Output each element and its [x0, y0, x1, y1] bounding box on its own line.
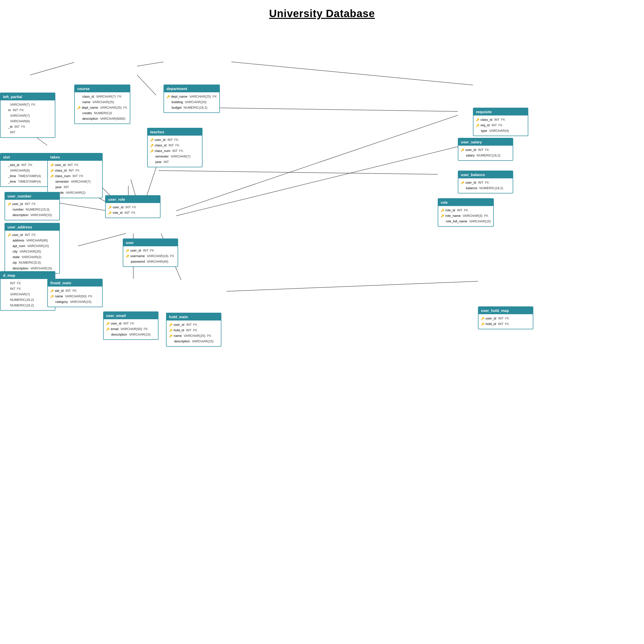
- key-icon: 🔑: [150, 138, 154, 142]
- table-header-takes: takes: [48, 153, 102, 161]
- field-row: yearINT: [150, 159, 199, 165]
- field-row: INTFK: [3, 286, 52, 292]
- key-icon: 🔑: [461, 148, 464, 152]
- key-icon: 🔑: [126, 254, 129, 259]
- field-row: _timeTIMESTAMP(4): [3, 173, 52, 179]
- svg-line-10: [176, 115, 458, 211]
- field-type: INT: [10, 286, 15, 292]
- field-row: 🔑user_idINTFK: [481, 316, 530, 321]
- field-name: description: [82, 116, 98, 122]
- key-icon: 🔑: [481, 316, 485, 321]
- field-row: 🔑user_idINTFK: [461, 147, 510, 153]
- field-type: INT: [124, 321, 129, 326]
- svg-line-16: [78, 233, 126, 246]
- field-name: role_id: [445, 208, 455, 213]
- table-user_balance: user_balance🔑user_idINTFKbalanceNUMERIC(…: [458, 171, 513, 193]
- field-type: NUMERIC(18,2): [10, 297, 34, 303]
- svg-line-4: [231, 62, 473, 85]
- field-row: 🔑role_nameVARCHAR(3)PK: [441, 213, 491, 219]
- key-icon: 🔑: [476, 123, 479, 128]
- field-name: username: [130, 253, 145, 259]
- field-row: creditsNUMERIC(5: [77, 110, 127, 116]
- field-type: INT: [10, 280, 15, 286]
- field-name: description: [111, 332, 127, 337]
- field-type: VARCHAR(3): [463, 213, 482, 219]
- field-type: NUMERIC(5: [94, 110, 112, 116]
- field-type: INT: [143, 248, 148, 253]
- field-type: VARCHAR(2): [66, 190, 86, 195]
- field-name: name: [82, 99, 91, 105]
- field-row: 🔑user_idINTFK: [150, 137, 199, 143]
- field-row: 🔑req_idINTFK: [476, 123, 525, 128]
- field-row: zipNUMERIC(5,0): [8, 260, 57, 265]
- field-tag: FK: [131, 210, 136, 216]
- key-icon: 🔑: [169, 328, 173, 333]
- field-row: semesterVARCHAR(7): [50, 179, 100, 184]
- field-name: zip: [13, 260, 17, 265]
- table-body-user_address: 🔑user_idINTFKaddressVARCHAR(80)apt_numVA…: [5, 231, 59, 273]
- field-tag: FK: [32, 232, 36, 238]
- field-name: class_id: [55, 168, 67, 173]
- field-row: balanceNUMERIC(18,2): [461, 185, 510, 191]
- field-type: NUMERIC(5,0): [19, 260, 41, 265]
- svg-line-9: [176, 147, 458, 216]
- field-tag: FK: [485, 180, 489, 185]
- field-name: aid_id: [55, 288, 64, 294]
- field-name: budget: [172, 105, 182, 110]
- field-row: descriptionVARCHAR(15): [8, 212, 57, 218]
- field-row: 🔑hold_idINTFK: [481, 321, 530, 327]
- field-name: number: [13, 207, 24, 212]
- field-tag: FK: [505, 321, 509, 327]
- field-row: descriptionVARCHAR(15): [169, 339, 218, 344]
- field-row: salaryNUMERIC(18,2): [461, 153, 510, 158]
- table-role: role🔑role_idINTPK🔑role_nameVARCHAR(3)PKr…: [438, 198, 494, 227]
- field-row: mINTPK: [3, 107, 52, 113]
- field-tag: FK: [17, 286, 21, 292]
- field-name: address: [13, 238, 24, 243]
- field-type: VARCHAR(6): [10, 118, 30, 124]
- field-name: role_id: [113, 210, 123, 216]
- field-row: _idINTFK: [3, 124, 52, 130]
- table-body-requisite: 🔑class_idINTFK🔑req_idINTFKtypeVARCHAR(4): [473, 115, 528, 136]
- field-type: INT: [498, 321, 503, 327]
- field-tag: FK: [31, 102, 36, 107]
- field-tag: FK: [132, 205, 137, 210]
- field-type: VARCHAR(7): [171, 154, 190, 159]
- table-header-role: role: [438, 199, 493, 206]
- table-header-user_address: user_address: [5, 223, 59, 231]
- field-type: VARCHAR(7): [71, 179, 91, 184]
- table-body-teaches: 🔑user_idINTFK🔑class_idINTFK🔑class_numINT…: [148, 136, 202, 167]
- field-name: name: [55, 294, 63, 299]
- table-d_map: d_mapINTFKINTFKVARCHAR(7)NUMERIC(18,2)NU…: [0, 271, 55, 311]
- field-name: description: [13, 212, 28, 218]
- field-name: _time: [8, 179, 16, 184]
- table-takes: takes🔑user_idINTFK🔑class_idINTFK🔑class_n…: [47, 153, 103, 198]
- table-user: user🔑user_idINTPK🔑usernameVARCHAR(16)PKp…: [123, 238, 178, 267]
- field-row: VARCHAR(7)FK: [3, 102, 52, 107]
- field-tag: FK: [74, 162, 79, 168]
- table-header-teaches: teaches: [148, 128, 202, 136]
- field-name: password: [131, 259, 145, 264]
- field-tag: PK: [28, 162, 32, 168]
- field-tag: PK: [117, 94, 122, 99]
- field-type: INT: [492, 123, 497, 128]
- key-icon: 🔑: [50, 163, 54, 168]
- table-header-left_partial: left_partial: [1, 93, 55, 100]
- field-name: year: [55, 184, 62, 190]
- field-type: INT: [10, 130, 15, 135]
- field-name: name: [174, 333, 182, 339]
- field-name: hold_id: [486, 321, 496, 327]
- field-row: descriptionVARCHAR(8000): [77, 116, 127, 122]
- field-row: class_idVARCHAR(7)PK: [77, 94, 127, 99]
- table-left_partial: left_partialVARCHAR(7)FKmINTPKVARCHAR(7)…: [0, 93, 55, 138]
- field-type: VARCHAR(25): [100, 105, 122, 110]
- field-name: description: [13, 266, 28, 271]
- field-row: apt_numVARCHAR(15): [8, 243, 57, 249]
- field-row: stateVARCHAR(2): [8, 254, 57, 260]
- field-row: 🔑user_idINTFK: [106, 321, 155, 326]
- field-type: VARCHAR(80): [26, 238, 48, 243]
- field-type: INT: [25, 201, 30, 207]
- field-type: VARCHAR(7): [10, 102, 30, 107]
- table-header-course: course: [75, 85, 130, 92]
- svg-line-2: [137, 75, 156, 95]
